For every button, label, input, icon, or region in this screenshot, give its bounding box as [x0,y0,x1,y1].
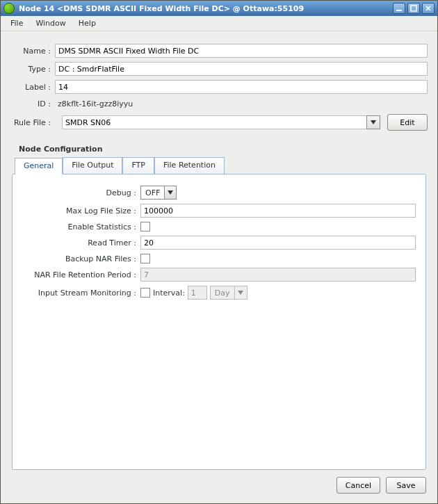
rulefile-combo[interactable] [62,115,380,129]
row-type: Type : [10,62,428,76]
row-maxlog: Max Log File Size : [22,204,416,218]
row-rulefile: Rule File : Edit [10,114,428,131]
id-value: z8kflt-16it-gzz8iyyu [55,98,428,110]
interval-input [188,286,207,300]
backup-checkbox[interactable] [140,254,150,263]
row-debug: Debug : OFF [22,186,416,200]
dialog-footer: Cancel Save [10,470,428,496]
tab-panel: Debug : OFF Max Log File Size : [12,174,426,470]
row-backup: Backup NAR Files : [22,254,416,263]
cancel-button[interactable]: Cancel [336,477,380,494]
svg-rect-0 [396,10,402,11]
maxlog-input[interactable] [140,204,416,218]
svg-rect-1 [411,6,416,11]
monitor-label: Input Stream Monitoring : [22,288,140,298]
readtimer-label: Read Timer : [22,238,140,247]
row-id: ID : z8kflt-16it-gzz8iyyu [10,98,428,110]
menu-help[interactable]: Help [73,17,102,29]
svg-marker-4 [371,120,376,124]
debug-label: Debug : [22,188,140,197]
row-monitor: Input Stream Monitoring : Interval: Day [22,286,416,300]
window-controls [393,3,435,14]
save-button[interactable]: Save [386,477,426,494]
menu-file[interactable]: File [5,17,29,29]
name-label: Name : [10,47,55,56]
retention-label: NAR File Retention Period : [22,270,140,279]
row-label: Label : [10,80,428,94]
debug-value: OFF [140,186,164,200]
row-retention: NAR File Retention Period : [22,268,416,282]
id-label: ID : [10,99,55,108]
window-title: Node 14 <DMS SDMR ASCII Fixed Width File… [19,4,393,13]
edit-button[interactable]: Edit [387,114,428,131]
maximize-button[interactable] [407,3,420,14]
tab-body-general: Debug : OFF Max Log File Size : [13,174,425,469]
titlebar: Node 14 <DMS SDMR ASCII Fixed Width File… [1,1,437,16]
interval-unit-combo: Day [210,286,248,300]
name-input[interactable] [55,44,428,58]
readtimer-input[interactable] [140,236,416,250]
monitor-checkbox[interactable] [140,288,150,298]
interval-unit-dropdown-button [235,286,248,300]
tab-file-retention[interactable]: File Retention [154,157,225,174]
interval-unit-value: Day [210,286,235,300]
rulefile-label: Rule File : [10,118,55,127]
close-button[interactable] [422,3,435,14]
label-label: Label : [10,83,55,92]
tabstrip: General File Output FTP File Retention [15,157,426,174]
minimize-button[interactable] [393,3,405,14]
type-label: Type : [10,65,55,74]
debug-combo[interactable]: OFF [140,186,177,200]
menu-window[interactable]: Window [30,17,71,29]
app-icon [3,3,15,14]
row-name: Name : [10,44,428,58]
retention-input [140,268,416,282]
app-window: Node 14 <DMS SDMR ASCII Fixed Width File… [0,0,438,504]
content-area: Name : Type : Label : ID : z8kflt-16it-g… [1,31,437,503]
tab-ftp[interactable]: FTP [122,157,154,174]
debug-dropdown-button[interactable] [164,186,177,200]
menubar: File Window Help [1,16,437,31]
svg-marker-6 [238,291,243,295]
rulefile-input[interactable] [62,115,366,129]
row-stats: Enable Statistics : [22,222,416,231]
tab-general[interactable]: General [15,158,63,174]
tab-file-output[interactable]: File Output [63,157,122,174]
row-readtimer: Read Timer : [22,236,416,250]
section-title: Node Configuration [19,145,428,154]
rulefile-dropdown-button[interactable] [366,115,380,129]
backup-label: Backup NAR Files : [22,254,140,263]
interval-label: Interval: [153,288,185,298]
stats-checkbox[interactable] [140,222,150,231]
type-input[interactable] [55,62,428,76]
stats-label: Enable Statistics : [22,222,140,231]
maxlog-label: Max Log File Size : [22,206,140,216]
label-input[interactable] [55,80,428,94]
svg-marker-5 [168,190,173,195]
